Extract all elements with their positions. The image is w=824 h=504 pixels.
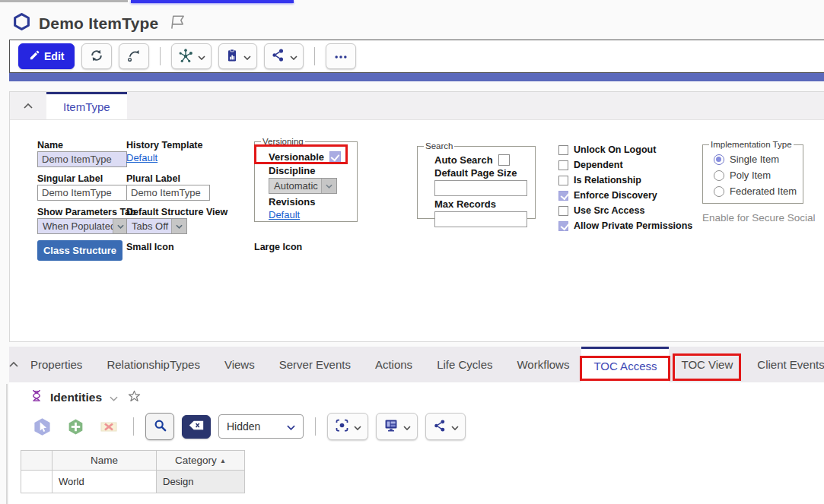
tab-properties[interactable]: Properties bbox=[18, 347, 94, 382]
edit-button[interactable]: Edit bbox=[18, 43, 75, 69]
revisions-label: Revisions bbox=[269, 196, 351, 208]
refresh-button[interactable] bbox=[81, 43, 112, 69]
target-brackets-icon bbox=[334, 417, 350, 436]
tab-client-events[interactable]: Client Events bbox=[745, 347, 824, 382]
secure-social-note: Enable for Secure Social bbox=[702, 212, 816, 223]
poly-item-radio[interactable] bbox=[714, 170, 724, 181]
tab-actions[interactable]: Actions bbox=[363, 347, 425, 382]
single-item-option[interactable]: Single Item bbox=[714, 154, 797, 165]
grid-row-selector[interactable] bbox=[21, 471, 52, 493]
more-actions-button[interactable] bbox=[326, 43, 356, 69]
name-field[interactable]: Demo ItemType bbox=[37, 151, 127, 167]
browser-tab-edge-inactive bbox=[0, 0, 128, 2]
main-toolbar: Edit bbox=[9, 40, 824, 73]
toolbar-separator bbox=[315, 417, 316, 436]
chevron-down-icon[interactable] bbox=[110, 391, 118, 404]
focus-menu-button[interactable] bbox=[327, 413, 368, 440]
pencil-icon bbox=[29, 49, 40, 63]
collapse-relationships-chevron-up-icon[interactable] bbox=[9, 347, 18, 382]
auto-search-checkbox[interactable] bbox=[498, 154, 510, 166]
default-page-size-label: Default Page Size bbox=[434, 167, 529, 179]
tab-life-cycles[interactable]: Life Cycles bbox=[425, 347, 504, 382]
federated-item-radio[interactable] bbox=[714, 186, 724, 197]
delete-item-button[interactable] bbox=[96, 414, 122, 439]
use-src-access-checkbox[interactable] bbox=[558, 206, 568, 216]
default-page-size-field[interactable] bbox=[434, 180, 527, 196]
grid-header-rowselect[interactable] bbox=[21, 451, 52, 471]
dna-helix-icon bbox=[29, 388, 44, 407]
dependent-option[interactable]: Dependent bbox=[558, 157, 692, 173]
itemtype-tab-strip: ItemType bbox=[10, 92, 824, 120]
display-menu-button[interactable] bbox=[376, 413, 418, 440]
select-item-button[interactable] bbox=[29, 414, 55, 439]
unlock-on-logout-checkbox[interactable] bbox=[558, 145, 568, 155]
tab-workflows[interactable]: Workflows bbox=[504, 347, 581, 382]
default-structure-view-select[interactable]: Tabs Off bbox=[126, 218, 187, 234]
plural-label-field[interactable]: Demo ItemType bbox=[126, 185, 210, 201]
allow-private-permissions-checkbox[interactable] bbox=[558, 221, 568, 231]
federated-item-option[interactable]: Federated Item bbox=[714, 185, 797, 197]
collapse-form-chevron-up-icon[interactable] bbox=[10, 92, 46, 119]
grid-cell-category[interactable]: Design bbox=[157, 471, 245, 493]
toolbar-separator bbox=[133, 417, 134, 436]
grid-cell-name[interactable]: World bbox=[52, 471, 157, 493]
chevron-down-icon bbox=[451, 421, 459, 433]
share-menu-button[interactable] bbox=[264, 43, 304, 69]
singular-label-field[interactable]: Demo ItemType bbox=[37, 185, 127, 201]
structure-menu-button[interactable] bbox=[171, 43, 212, 69]
revisions-link[interactable]: Default bbox=[269, 209, 300, 220]
reports-menu-button[interactable] bbox=[218, 43, 257, 69]
curved-arrow-icon bbox=[126, 48, 142, 65]
chevron-down-icon bbox=[290, 51, 297, 62]
history-template-label: History Template bbox=[126, 140, 203, 151]
default-structure-view-label: Default Structure View bbox=[126, 207, 227, 217]
tab-itemtype[interactable]: ItemType bbox=[46, 92, 127, 119]
chevron-down-icon bbox=[403, 421, 411, 433]
history-template-link[interactable]: Default bbox=[126, 152, 157, 163]
discipline-select[interactable]: Automatic bbox=[269, 178, 337, 194]
tab-server-events[interactable]: Server Events bbox=[267, 347, 363, 382]
max-records-field[interactable] bbox=[434, 211, 527, 227]
search-fieldset: Search Auto Search Default Page Size Max… bbox=[417, 141, 536, 219]
chevron-down-icon bbox=[171, 219, 186, 233]
tab-toc-access[interactable]: TOC Access bbox=[581, 347, 669, 382]
name-label: Name bbox=[37, 140, 63, 151]
tab-relationshiptypes[interactable]: RelationshipTypes bbox=[94, 347, 212, 382]
show-parameters-tab-select[interactable]: When Populated bbox=[37, 218, 129, 234]
redo-promote-button[interactable] bbox=[119, 43, 149, 69]
enforce-discovery-checkbox[interactable] bbox=[558, 191, 568, 201]
unlock-on-logout-option[interactable]: Unlock On Logout bbox=[558, 142, 692, 157]
share-nodes-icon bbox=[270, 47, 286, 65]
single-item-radio[interactable] bbox=[714, 154, 724, 165]
flag-icon[interactable] bbox=[169, 14, 186, 33]
favorite-star-icon[interactable] bbox=[127, 389, 142, 407]
itemtype-form: Name Demo ItemType Singular Label Demo I… bbox=[10, 120, 824, 342]
run-search-button[interactable] bbox=[145, 413, 174, 440]
clear-search-button[interactable] bbox=[182, 415, 211, 439]
class-structure-button[interactable]: Class Structure bbox=[37, 240, 122, 261]
share-grid-menu-button[interactable] bbox=[425, 413, 466, 440]
ellipsis-icon bbox=[333, 51, 348, 62]
magnifier-icon bbox=[152, 417, 168, 436]
backspace-icon bbox=[189, 420, 204, 433]
enforce-discovery-option[interactable]: Enforce Discovery bbox=[558, 188, 692, 203]
grid-header-name[interactable]: Name bbox=[52, 451, 157, 471]
browser-tab-edge-active bbox=[131, 0, 294, 3]
network-nodes-icon bbox=[177, 47, 194, 66]
filter-select[interactable]: Hidden bbox=[218, 414, 304, 439]
poly-item-option[interactable]: Poly Item bbox=[714, 170, 797, 181]
is-relationship-checkbox[interactable] bbox=[558, 176, 568, 185]
is-relationship-option[interactable]: Is Relationship bbox=[558, 173, 692, 188]
use-src-access-option[interactable]: Use Src Access bbox=[558, 203, 692, 218]
itemtype-hexagon-icon bbox=[12, 12, 31, 34]
allow-private-permissions-option[interactable]: Allow Private Permissions bbox=[558, 218, 692, 233]
chevron-down-icon bbox=[321, 179, 336, 193]
versionable-checkbox[interactable] bbox=[329, 151, 341, 163]
dependent-checkbox[interactable] bbox=[558, 160, 568, 170]
grid-header-category[interactable]: Category ▲ bbox=[157, 451, 245, 471]
tab-toc-view[interactable]: TOC View bbox=[669, 347, 745, 382]
accent-bar bbox=[9, 73, 824, 81]
tab-views[interactable]: Views bbox=[212, 347, 267, 382]
title-row: Demo ItemType bbox=[12, 12, 186, 34]
add-item-button[interactable] bbox=[62, 414, 88, 439]
